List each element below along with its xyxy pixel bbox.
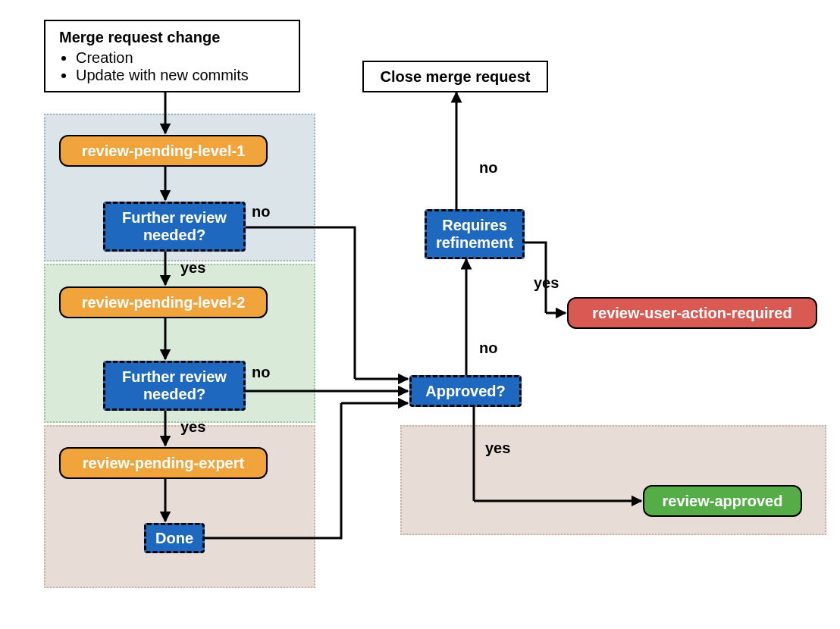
decision-further1-label: Further review needed? (116, 209, 233, 244)
decision-requires-refinement: Requires refinement (425, 209, 525, 259)
state-approved-label: review-approved (663, 493, 783, 510)
decision-approved: Approved? (409, 375, 522, 407)
start-title: Merge request change (59, 29, 285, 46)
zone-approved (400, 425, 826, 535)
decision-further-review-2: Further review needed? (103, 361, 246, 411)
state-pending2-label: review-pending-level-2 (82, 294, 246, 311)
close-merge-request-label: Close merge request (381, 68, 531, 86)
state-user-action-label: review-user-action-required (592, 305, 791, 322)
decision-approved-label: Approved? (425, 383, 506, 400)
decision-further2-label: Further review needed? (116, 368, 233, 403)
state-review-user-action-required: review-user-action-required (567, 297, 817, 329)
close-merge-request: Close merge request (362, 61, 548, 92)
state-review-pending-level-2: review-pending-level-2 (59, 286, 268, 318)
state-review-pending-level-1: review-pending-level-1 (59, 135, 268, 167)
start-item-0: Creation (76, 49, 285, 67)
label-no-2: no (252, 364, 270, 381)
state-review-approved: review-approved (643, 485, 802, 517)
state-pending1-label: review-pending-level-1 (82, 142, 246, 160)
start-item-1: Update with new commits (76, 67, 285, 84)
decision-refinement-label: Requires refinement (436, 217, 513, 252)
label-yes-1: yes (180, 259, 205, 277)
start-box: Merge request change Creation Update wit… (44, 20, 300, 92)
decision-done-label: Done (155, 530, 193, 547)
label-refine-no: no (479, 159, 497, 177)
label-no-1: no (252, 203, 270, 221)
state-pending-expert-label: review-pending-expert (83, 455, 244, 472)
label-approved-no: no (479, 340, 497, 357)
decision-done: Done (144, 523, 205, 553)
label-yes-2: yes (180, 418, 205, 436)
state-review-pending-expert: review-pending-expert (59, 447, 268, 479)
label-refine-yes: yes (534, 274, 559, 292)
start-items: Creation Update with new commits (59, 49, 285, 84)
decision-further-review-1: Further review needed? (103, 202, 246, 252)
label-approved-yes: yes (485, 440, 510, 457)
